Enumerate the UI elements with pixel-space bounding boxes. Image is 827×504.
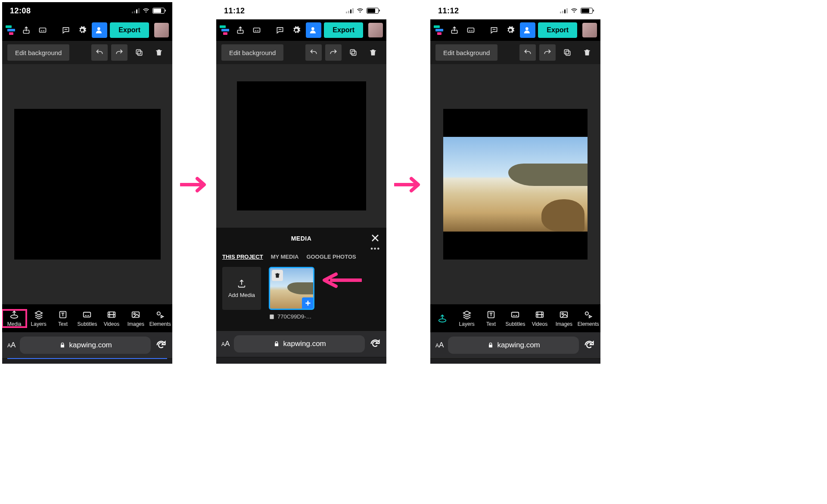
- tool-tab-label: Layers: [459, 321, 475, 327]
- url-pill[interactable]: kapwing.com: [20, 337, 151, 354]
- add-collaborator-button[interactable]: [92, 22, 107, 38]
- lock-icon: [59, 342, 66, 349]
- comments-icon[interactable]: [487, 23, 501, 37]
- add-media-label: Add Media: [228, 292, 255, 298]
- kapwing-logo-icon[interactable]: [6, 25, 17, 35]
- canvas[interactable]: [443, 109, 588, 260]
- tool-tab-text[interactable]: Text: [51, 310, 75, 327]
- media-tab-my-media[interactable]: MY MEDIA: [271, 254, 299, 260]
- url-pill[interactable]: kapwing.com: [448, 337, 579, 354]
- media-tab-google-photos[interactable]: GOOGLE PHOTOS: [306, 254, 356, 260]
- safari-nav: [216, 358, 386, 364]
- svg-rect-18: [352, 51, 356, 56]
- canvas-area[interactable]: [430, 64, 600, 304]
- tool-tab-images[interactable]: Images: [552, 310, 576, 327]
- tool-tab-subtitles[interactable]: Subtitles: [503, 310, 527, 327]
- comments-icon[interactable]: [59, 23, 73, 37]
- add-collaborator-button[interactable]: [306, 22, 321, 38]
- share-icon[interactable]: [448, 23, 461, 37]
- cellular-icon: [346, 8, 354, 13]
- svg-point-34: [562, 313, 564, 315]
- svg-rect-20: [270, 314, 274, 319]
- kapwing-logo-icon[interactable]: [220, 25, 231, 35]
- canvas[interactable]: [14, 109, 161, 260]
- undo-button[interactable]: [305, 44, 322, 61]
- tool-tab-label: Videos: [104, 321, 119, 327]
- redo-button[interactable]: [539, 44, 556, 61]
- media-tab-this-project[interactable]: THIS PROJECT: [222, 254, 263, 260]
- url-pill[interactable]: kapwing.com: [234, 335, 365, 352]
- tool-tab-subtitles[interactable]: Subtitles: [75, 310, 99, 327]
- svg-rect-33: [560, 312, 568, 317]
- canvas-area[interactable]: [2, 64, 172, 304]
- tool-tab-elements[interactable]: Elements: [148, 310, 172, 327]
- close-icon[interactable]: [370, 233, 380, 243]
- tool-tab-label: Text: [486, 321, 496, 327]
- redo-button[interactable]: [325, 44, 342, 61]
- canvas[interactable]: [237, 81, 366, 210]
- status-time: 11:12: [224, 6, 245, 15]
- reload-icon[interactable]: [583, 339, 595, 351]
- tool-tab-videos[interactable]: Videos: [99, 310, 124, 327]
- redo-button[interactable]: [111, 44, 127, 61]
- share-icon[interactable]: [19, 23, 33, 37]
- tool-tab-layers[interactable]: Layers: [26, 310, 50, 327]
- caption-icon[interactable]: [36, 23, 50, 37]
- user-avatar[interactable]: [368, 23, 383, 37]
- reload-icon[interactable]: [155, 339, 167, 351]
- more-options-icon[interactable]: •••: [370, 245, 380, 253]
- tool-tab-label: Subtitles: [77, 321, 97, 327]
- copy-icon[interactable]: [345, 44, 361, 61]
- caption-icon[interactable]: [464, 23, 478, 37]
- copy-icon[interactable]: [559, 44, 575, 61]
- tool-tab-label: Layers: [31, 321, 47, 327]
- trash-icon[interactable]: [365, 44, 381, 61]
- add-collaborator-button[interactable]: [520, 22, 535, 38]
- trash-icon[interactable]: [579, 44, 595, 61]
- tool-tabs: Media Layers Text Subtitles Videos Image…: [2, 304, 172, 332]
- svg-rect-31: [512, 312, 519, 317]
- placed-image[interactable]: [443, 137, 588, 232]
- tool-tab-text[interactable]: Text: [479, 310, 503, 327]
- tool-tab-images[interactable]: Images: [124, 310, 148, 327]
- export-button[interactable]: Export: [538, 22, 577, 38]
- export-button[interactable]: Export: [110, 22, 149, 38]
- kapwing-logo-icon[interactable]: [434, 25, 445, 35]
- edit-background-button[interactable]: Edit background: [221, 44, 283, 61]
- edit-background-button[interactable]: Edit background: [7, 44, 69, 61]
- undo-button[interactable]: [91, 44, 108, 61]
- tool-tab-media[interactable]: [430, 314, 454, 323]
- battery-icon: [152, 8, 165, 14]
- text-size-icon[interactable]: AA: [221, 340, 230, 348]
- caption-icon[interactable]: [250, 23, 264, 37]
- media-thumbnail[interactable]: + 770C99D9-…: [269, 267, 314, 320]
- tool-tab-videos[interactable]: Videos: [528, 310, 552, 327]
- copy-icon[interactable]: [131, 44, 147, 61]
- tool-tab-layers[interactable]: Layers: [454, 310, 479, 327]
- add-thumb-icon[interactable]: +: [302, 297, 314, 309]
- text-size-icon[interactable]: AA: [435, 341, 444, 349]
- export-button[interactable]: Export: [324, 22, 363, 38]
- edit-background-button[interactable]: Edit background: [435, 44, 497, 61]
- share-icon[interactable]: [233, 23, 247, 37]
- canvas-area[interactable]: [216, 64, 386, 228]
- delete-thumb-icon[interactable]: [272, 270, 283, 281]
- wifi-icon: [142, 8, 150, 14]
- reload-icon[interactable]: [369, 338, 381, 350]
- text-size-icon[interactable]: AA: [7, 341, 16, 349]
- app-toolbar: Export: [216, 19, 386, 41]
- svg-rect-25: [468, 28, 474, 32]
- tool-tab-elements[interactable]: Elements: [576, 310, 600, 327]
- settings-gear-icon[interactable]: [504, 23, 517, 37]
- comments-icon[interactable]: [273, 23, 287, 37]
- trash-icon[interactable]: [151, 44, 167, 61]
- settings-gear-icon[interactable]: [75, 23, 89, 37]
- edit-row: Edit background: [2, 41, 172, 64]
- tool-tabs: Layers Text Subtitles Videos Images Elem…: [430, 304, 600, 332]
- add-media-button[interactable]: Add Media: [222, 267, 261, 310]
- undo-button[interactable]: [519, 44, 536, 61]
- user-avatar[interactable]: [154, 23, 169, 37]
- settings-gear-icon[interactable]: [289, 23, 303, 37]
- user-avatar[interactable]: [582, 23, 597, 37]
- tool-tab-media[interactable]: Media: [2, 310, 26, 327]
